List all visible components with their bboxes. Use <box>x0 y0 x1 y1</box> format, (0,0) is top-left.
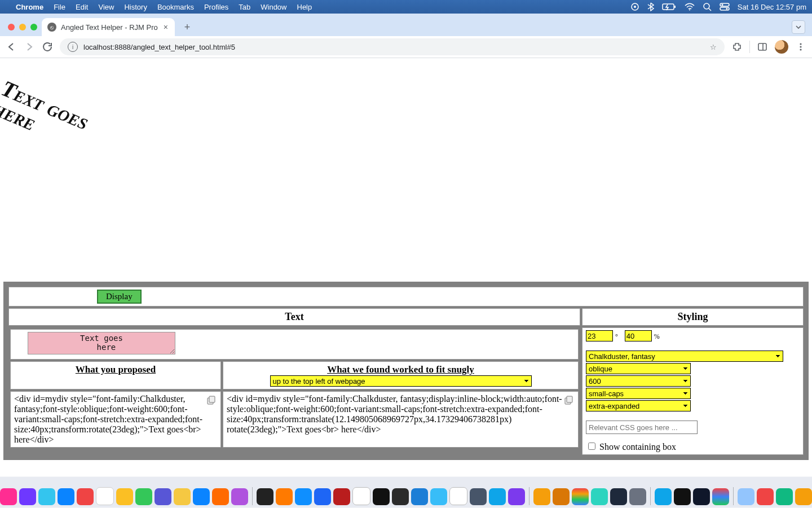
dock-app[interactable] <box>276 488 293 505</box>
forward-button[interactable] <box>24 41 35 52</box>
copy-found-button[interactable] <box>563 395 573 405</box>
show-box-checkbox[interactable] <box>588 443 595 450</box>
angle-input[interactable] <box>586 330 613 341</box>
dock-app[interactable] <box>193 488 210 505</box>
mac-menubar: Chrome File Edit View History Bookmarks … <box>0 0 812 14</box>
dock-app[interactable] <box>449 487 467 505</box>
dock-app[interactable] <box>572 488 589 505</box>
dock-app[interactable] <box>19 488 36 505</box>
relevant-css-input[interactable] <box>586 421 698 434</box>
dock-app[interactable] <box>314 488 331 505</box>
dock-app[interactable] <box>712 488 729 505</box>
close-window-button[interactable] <box>8 24 15 30</box>
bookmark-star-icon[interactable]: ☆ <box>710 43 717 51</box>
dock-app[interactable] <box>508 488 525 505</box>
text-input[interactable]: Text goes here <box>28 332 175 354</box>
chrome-menu-button[interactable] <box>795 41 806 52</box>
menubar-app[interactable]: Chrome <box>16 3 43 11</box>
site-info-icon[interactable]: i <box>68 42 78 52</box>
menubar-clock[interactable]: Sat 16 Dec 12:57 pm <box>738 3 806 11</box>
font-style-select[interactable]: oblique <box>586 363 691 374</box>
dock-app[interactable] <box>655 488 672 505</box>
omnibox[interactable]: i localhost:8888/angled_text_helper_tool… <box>60 38 725 55</box>
menubar-item-edit[interactable]: Edit <box>76 3 88 11</box>
menubar-item-view[interactable]: View <box>98 3 114 11</box>
font-weight-select[interactable]: 600 <box>586 375 691 387</box>
size-unit: % <box>654 332 660 340</box>
menubar-item-tab[interactable]: Tab <box>239 3 250 11</box>
back-button[interactable] <box>6 41 17 52</box>
browser-tab[interactable]: ⎋ Angled Text Helper - RJM Pro × <box>42 18 175 36</box>
menubar-item-bookmarks[interactable]: Bookmarks <box>157 3 194 11</box>
menubar-item-file[interactable]: File <box>54 3 65 11</box>
wifi-icon[interactable] <box>685 3 695 11</box>
side-panel-button[interactable] <box>757 41 768 52</box>
dock-app[interactable] <box>776 488 793 505</box>
dock-app[interactable] <box>674 488 691 505</box>
menubar-item-history[interactable]: History <box>124 3 147 11</box>
font-variant-select[interactable]: small-caps <box>586 388 691 399</box>
menubar-item-profiles[interactable]: Profiles <box>204 3 228 11</box>
size-input[interactable] <box>625 330 652 341</box>
zoom-window-button[interactable] <box>30 24 37 30</box>
dock-app[interactable] <box>135 488 152 505</box>
font-stretch-select[interactable]: extra-expanded <box>586 400 691 411</box>
dock-app[interactable] <box>174 488 191 505</box>
bluetooth-icon[interactable] <box>647 2 654 11</box>
font-family-select[interactable]: Chalkduster, fantasy <box>586 351 783 362</box>
dock-app[interactable] <box>392 488 409 505</box>
dock-area <box>0 476 812 508</box>
dock-app[interactable] <box>295 488 312 505</box>
display-row: Display <box>8 287 804 306</box>
record-icon[interactable] <box>630 2 639 11</box>
dock-app[interactable] <box>0 488 17 505</box>
dock-app[interactable] <box>533 488 550 505</box>
dock-app[interactable] <box>553 488 570 505</box>
dock-app[interactable] <box>155 488 171 505</box>
dock-app[interactable] <box>693 488 710 505</box>
dock-app[interactable] <box>96 487 114 505</box>
copy-proposed-button[interactable] <box>206 395 216 405</box>
dock-app[interactable] <box>116 488 133 505</box>
snug-position-select[interactable]: up to the top left of webpage <box>270 375 532 387</box>
control-center-icon[interactable] <box>720 3 730 11</box>
dock-app[interactable] <box>629 488 646 505</box>
dock-app[interactable] <box>212 488 229 505</box>
svg-rect-6 <box>720 3 729 6</box>
menubar-item-help[interactable]: Help <box>297 3 312 11</box>
styling-header-cell: Styling <box>582 308 804 326</box>
menubar-item-window[interactable]: Window <box>261 3 286 11</box>
spotlight-icon[interactable] <box>703 2 712 11</box>
dock-app[interactable] <box>352 487 370 505</box>
dock-app[interactable] <box>38 488 55 505</box>
new-tab-button[interactable]: + <box>179 19 195 35</box>
display-button[interactable]: Display <box>97 290 142 304</box>
dock-app[interactable] <box>591 488 608 505</box>
dock-app[interactable] <box>795 488 812 505</box>
minimize-window-button[interactable] <box>19 24 26 30</box>
extensions-button[interactable] <box>731 41 743 52</box>
chrome-window: ⎋ Angled Text Helper - RJM Pro × + i loc… <box>0 14 812 508</box>
battery-icon[interactable] <box>662 3 677 11</box>
dock-app[interactable] <box>333 488 350 505</box>
dock-app[interactable] <box>489 488 506 505</box>
dock-app[interactable] <box>470 488 487 505</box>
svg-rect-7 <box>720 7 729 10</box>
tab-overflow-button[interactable] <box>792 20 805 34</box>
dock-app[interactable] <box>411 488 428 505</box>
dock-app[interactable] <box>77 488 94 505</box>
dock-app[interactable] <box>757 488 774 505</box>
dock-app[interactable] <box>257 488 273 505</box>
dock-app[interactable] <box>373 488 390 505</box>
svg-point-12 <box>800 46 801 47</box>
dock-app[interactable] <box>231 488 248 505</box>
dock-app[interactable] <box>430 488 447 505</box>
found-code: <div id=mydiv style="font-family:Chalkdu… <box>227 394 562 434</box>
dock-app[interactable] <box>738 488 754 505</box>
profile-avatar[interactable] <box>775 40 788 54</box>
dock-app[interactable] <box>58 488 74 505</box>
tab-close-icon[interactable]: × <box>162 23 169 32</box>
reload-button[interactable] <box>42 41 53 52</box>
dock-separator <box>252 487 253 505</box>
dock-app[interactable] <box>610 488 627 505</box>
